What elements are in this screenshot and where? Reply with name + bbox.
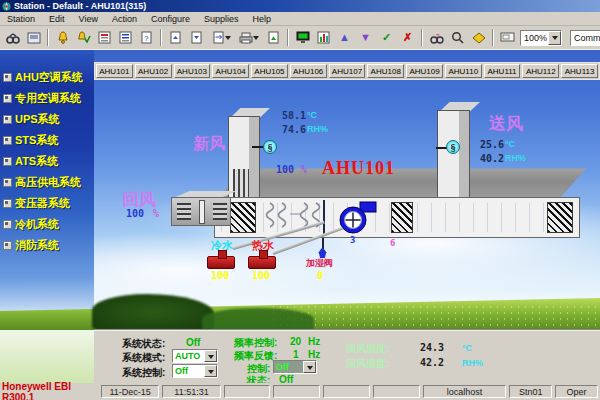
print-button[interactable] — [236, 28, 262, 47]
sidebar-item-label: UPS系统 — [15, 112, 60, 127]
tab-ahu102[interactable]: AHU102 — [135, 64, 172, 78]
status-panel-empty — [224, 385, 271, 398]
louver-icon — [177, 203, 191, 220]
sidebar-item-label: 变压器系统 — [15, 196, 70, 211]
page-export-button[interactable] — [264, 28, 283, 47]
grid-box-icon — [3, 178, 12, 187]
zoom-dropdown-button[interactable] — [548, 31, 561, 45]
menu-edit[interactable]: Edit — [42, 14, 72, 24]
raise-button[interactable]: ▲ — [335, 28, 354, 47]
status-value: Off — [279, 374, 293, 383]
fresh-air-label: 新风 — [193, 134, 225, 155]
sidebar-item-fire[interactable]: 消防系统 — [3, 235, 94, 256]
tab-ahu104[interactable]: AHU104 — [212, 64, 249, 78]
dropdown-button[interactable] — [204, 350, 217, 362]
sidebar-item-hv-power[interactable]: 高压供电系统 — [3, 172, 94, 193]
menu-action[interactable]: Action — [105, 14, 144, 24]
supply-fan-icon[interactable] — [335, 199, 379, 236]
zoom-level-select[interactable]: 100% — [520, 30, 562, 46]
dropdown-caret-icon — [208, 355, 214, 362]
tab-ahu106[interactable]: AHU106 — [290, 64, 327, 78]
menu-configure[interactable]: Configure — [144, 14, 197, 24]
sidebar-item-ups[interactable]: UPS系统 — [3, 109, 94, 130]
alarm-button[interactable] — [53, 28, 72, 47]
return-air-damper[interactable] — [171, 197, 231, 226]
toolbar-separator — [492, 29, 494, 46]
freq-feedback-label: 频率反馈: — [234, 349, 277, 363]
ahu-tab-row: AHU101 AHU102 AHU103 AHU104 AHU105 AHU10… — [94, 62, 600, 80]
alarm-ack-button[interactable] — [74, 28, 93, 47]
command-combobox[interactable]: Command — [570, 30, 600, 46]
system-control-select[interactable]: Off — [172, 364, 218, 378]
bar-chart-icon — [317, 31, 330, 44]
hot-valve-value: 100 — [252, 270, 270, 281]
cross-icon: ✗ — [403, 32, 412, 43]
tab-ahu103[interactable]: AHU103 — [174, 64, 211, 78]
page-forward-button[interactable] — [187, 28, 206, 47]
supply-air-duct — [437, 110, 470, 210]
station-display-button[interactable] — [293, 28, 312, 47]
sidebar-item-ats[interactable]: ATS系统 — [3, 151, 94, 172]
status-panel-empty — [273, 385, 320, 398]
up-triangle-icon: ▲ — [339, 32, 350, 43]
title-bar[interactable]: Station - Default - AHU101(315) — [0, 0, 600, 12]
tab-ahu107[interactable]: AHU107 — [329, 64, 366, 78]
binoculars-search-icon: ? — [430, 32, 444, 44]
tab-ahu105[interactable]: AHU105 — [251, 64, 288, 78]
page-recall-button[interactable] — [208, 28, 234, 47]
display-outline-icon — [500, 32, 515, 43]
navigate-button[interactable] — [469, 28, 488, 47]
display-select-button[interactable] — [498, 28, 517, 47]
find-station-button[interactable] — [3, 28, 22, 47]
station-window: Station - Default - AHU101(315) Station … — [0, 0, 600, 400]
menu-view[interactable]: View — [72, 14, 105, 24]
fresh-air-sensor-icon[interactable]: § — [263, 140, 277, 154]
station-setup-button[interactable] — [24, 28, 43, 47]
tab-ahu108[interactable]: AHU108 — [367, 64, 404, 78]
chilled-water-valve[interactable] — [207, 256, 235, 269]
tab-ahu111[interactable]: AHU111 — [484, 64, 521, 78]
alarm-summary-button[interactable] — [95, 28, 114, 47]
cancel-button[interactable]: ✗ — [398, 28, 417, 47]
sidebar-item-transformer[interactable]: 变压器系统 — [3, 193, 94, 214]
menu-supplies[interactable]: Supplies — [197, 14, 246, 24]
sidebar-item-label: STS系统 — [15, 133, 58, 148]
sidebar-item-sts[interactable]: STS系统 — [3, 130, 94, 151]
accept-button[interactable]: ✓ — [377, 28, 396, 47]
tab-ahu101[interactable]: AHU101 — [96, 64, 133, 78]
dropdown-button[interactable] — [303, 361, 316, 373]
tab-ahu109[interactable]: AHU109 — [406, 64, 443, 78]
sidebar-item-special-ac[interactable]: 专用空调系统 — [3, 88, 94, 109]
control-select[interactable]: Off — [273, 360, 317, 374]
menu-help[interactable]: Help — [245, 14, 278, 24]
message-summary-button[interactable]: ? — [137, 28, 156, 47]
supply-air-sensor-icon[interactable]: § — [446, 140, 460, 154]
event-summary-button[interactable] — [116, 28, 135, 47]
menu-station[interactable]: Station — [0, 14, 42, 24]
page-back-button[interactable] — [166, 28, 185, 47]
control-value: Off — [274, 361, 303, 373]
sidebar-item-chiller[interactable]: 冷机系统 — [3, 214, 94, 235]
tab-ahu112[interactable]: AHU112 — [522, 64, 559, 78]
system-mode-select[interactable]: AUTO — [172, 349, 218, 363]
ahu-body[interactable] — [214, 197, 580, 238]
misc-value-pink: 6 — [390, 238, 395, 248]
search-point-button[interactable]: ? — [427, 28, 446, 47]
lower-button[interactable]: ▼ — [356, 28, 375, 47]
toolbar-separator — [287, 29, 289, 46]
system-control-value: Off — [173, 365, 204, 377]
supply-air-rh: 40.2 — [480, 153, 504, 164]
grid-box-icon — [3, 241, 12, 250]
tab-ahu113[interactable]: AHU113 — [561, 64, 598, 78]
dropdown-caret-icon — [225, 36, 231, 43]
tab-ahu110[interactable]: AHU110 — [445, 64, 482, 78]
toolbar: ? ▲ ▼ ✓ ✗ ? 100% Command — [0, 26, 600, 50]
sidebar-item-ahu[interactable]: AHU空调系统 — [3, 67, 94, 88]
hot-water-valve[interactable] — [248, 256, 276, 269]
toolbar-separator — [421, 29, 423, 46]
zoom-button[interactable] — [448, 28, 467, 47]
dropdown-button[interactable] — [204, 365, 217, 377]
sidebar-item-label: AHU空调系统 — [15, 70, 83, 85]
command-prompt: Command — [571, 33, 600, 43]
trend-button[interactable] — [314, 28, 333, 47]
